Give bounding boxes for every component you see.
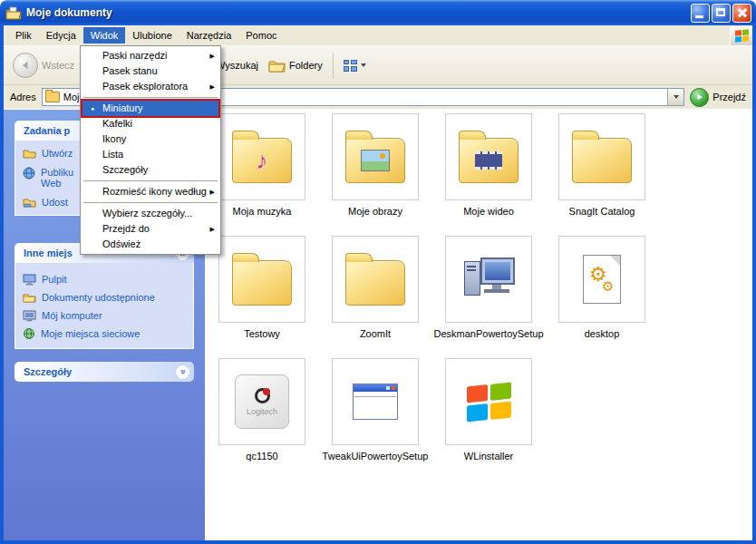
video-folder-icon — [459, 138, 519, 183]
close-button[interactable] — [732, 4, 751, 23]
panel-details-header[interactable]: Szczegóły « — [15, 362, 194, 382]
menu-ulubione[interactable]: Ulubione — [125, 27, 179, 44]
toolbar-separator — [333, 53, 334, 78]
file-item-deskman-powertoy-setup[interactable]: DeskmanPowertoySetup — [445, 236, 532, 339]
music-folder-icon: ♪ — [232, 138, 292, 183]
menu-item-przejdz-do[interactable]: Przejdź do ▶ — [82, 221, 218, 237]
link-my-computer[interactable]: Mój komputer — [23, 306, 188, 325]
menu-item-ikony[interactable]: Ikony — [82, 131, 218, 147]
submenu-arrow-icon: ▶ — [210, 79, 215, 94]
file-label: DeskmanPowertoySetup — [433, 328, 543, 339]
menu-item-kafelki[interactable]: Kafelki — [82, 116, 218, 131]
explorer-window: Moje dokumenty Plik Edycja Widok Ulubion… — [0, 0, 756, 544]
file-item-wlinstaller[interactable]: WLinstaller — [445, 358, 532, 461]
menu-plik[interactable]: Plik — [8, 27, 39, 44]
menu-item-miniatury[interactable]: ● Miniatury — [82, 101, 218, 116]
file-item-tweakui-powertoy-setup[interactable]: TweakUiPowertoySetup — [332, 358, 419, 461]
folder-icon — [345, 260, 405, 306]
minimize-button[interactable] — [691, 4, 710, 23]
file-item-snagit-catalog[interactable]: SnagIt Catalog — [558, 113, 645, 217]
link-label: Pulpit — [42, 274, 67, 285]
app-window-icon — [353, 384, 398, 420]
menu-item-szczegoly[interactable]: Szczegóły — [82, 162, 218, 178]
submenu-arrow-icon: ▶ — [210, 48, 215, 63]
share-folder-icon — [23, 197, 36, 208]
link-label: Moje miejsca sieciowe — [41, 328, 140, 339]
panel-other-places-body: Pulpit Dokumenty udostępnione — [15, 263, 194, 349]
link-pulpit[interactable]: Pulpit — [23, 270, 188, 288]
search-label: Wyszukaj — [216, 60, 258, 71]
thumbnail-frame — [445, 113, 532, 200]
file-item-desktop[interactable]: ⚙ ⚙ desktop — [558, 236, 645, 339]
file-item-moje-wideo[interactable]: Moje wideo — [445, 113, 532, 217]
menu-item-odswiez[interactable]: Odśwież — [82, 237, 218, 252]
shared-docs-icon — [23, 292, 36, 303]
computer-setup-icon — [460, 252, 517, 306]
views-icon — [344, 60, 357, 72]
file-label: Moje obrazy — [348, 206, 402, 217]
my-computer-icon — [23, 310, 36, 322]
thumbnail-frame: ♪ — [218, 113, 305, 200]
folder-icon — [572, 138, 632, 183]
film-strip-icon — [475, 151, 502, 170]
panel-title: Zadania p — [24, 125, 70, 136]
panel-title: Inne miejs — [24, 248, 73, 258]
file-item-moja-muzyka[interactable]: ♪ Moja muzyka — [218, 113, 305, 217]
address-label: Adres — [10, 92, 36, 102]
new-folder-icon — [23, 148, 36, 159]
minimize-icon — [695, 15, 703, 18]
panel-title: Szczegóły — [24, 366, 72, 377]
go-button[interactable]: Przejdź — [690, 88, 746, 107]
menu-item-lista[interactable]: Lista — [82, 147, 218, 162]
folders-button[interactable]: Foldery — [265, 50, 326, 81]
publish-web-icon — [23, 167, 35, 180]
expand-chevron-icon[interactable]: « — [175, 364, 190, 380]
maximize-button[interactable] — [712, 4, 731, 23]
thumbnail-frame — [332, 113, 419, 200]
menu-item-pasek-eksploratora[interactable]: Pasek eksploratora ▶ — [82, 79, 218, 94]
menu-item-wybierz-szczegoly[interactable]: Wybierz szczegóły... — [82, 206, 218, 221]
back-label: Wstecz — [42, 60, 74, 71]
back-arrow-icon — [13, 53, 38, 78]
menu-widok[interactable]: Widok — [83, 27, 126, 44]
link-label: Dokumenty udostępnione — [42, 292, 155, 303]
views-button[interactable] — [340, 50, 370, 81]
file-label: Moja muzyka — [233, 206, 292, 217]
submenu-arrow-icon: ▶ — [210, 184, 215, 199]
back-button[interactable]: Wstecz — [9, 50, 78, 81]
file-item-zoomit[interactable]: ZoomIt — [332, 236, 419, 339]
my-documents-icon — [5, 6, 22, 20]
file-label: SnagIt Catalog — [569, 206, 635, 217]
file-item-qc1150[interactable]: Logitech qc1150 — [218, 358, 305, 461]
menu-item-rozmiesc-ikony[interactable]: Rozmieść ikony według ▶ — [82, 184, 218, 199]
thumbnail-frame — [332, 358, 419, 445]
menu-pomoc[interactable]: Pomoc — [238, 27, 284, 44]
file-label: TweakUiPowertoySetup — [323, 451, 429, 461]
menu-item-pasek-stanu[interactable]: Pasek stanu — [82, 63, 218, 79]
file-item-testowy[interactable]: Testowy — [218, 236, 305, 339]
gear-icon: ⚙ — [602, 279, 614, 293]
address-dropdown-button[interactable] — [667, 89, 683, 105]
menu-separator — [83, 180, 218, 181]
menu-separator — [83, 202, 218, 203]
folders-icon — [268, 59, 286, 73]
link-label: Mój komputer — [42, 310, 102, 321]
windows-logo-tile — [730, 26, 752, 45]
window-controls — [691, 4, 751, 23]
submenu-arrow-icon: ▶ — [210, 221, 215, 237]
radio-bullet-icon: ● — [91, 101, 94, 116]
menu-narzedzia[interactable]: Narzędzia — [179, 27, 239, 44]
pictures-folder-icon — [345, 138, 405, 183]
go-label: Przejdź — [712, 92, 746, 102]
panel-details: Szczegóły « — [15, 362, 194, 382]
titlebar[interactable]: Moje dokumenty — [0, 0, 756, 25]
file-item-moje-obrazy[interactable]: Moje obrazy — [332, 113, 419, 217]
menu-edycja[interactable]: Edycja — [39, 27, 83, 44]
file-label: ZoomIt — [360, 328, 391, 339]
windows-flag-icon — [467, 382, 511, 422]
folder-icon — [232, 260, 292, 306]
link-shared-documents[interactable]: Dokumenty udostępnione — [23, 288, 188, 306]
windows-logo-icon — [735, 29, 749, 43]
link-network-places[interactable]: Moje miejsca sieciowe — [23, 325, 188, 343]
menu-item-paski-narzedzi[interactable]: Paski narzędzi ▶ — [82, 48, 218, 63]
